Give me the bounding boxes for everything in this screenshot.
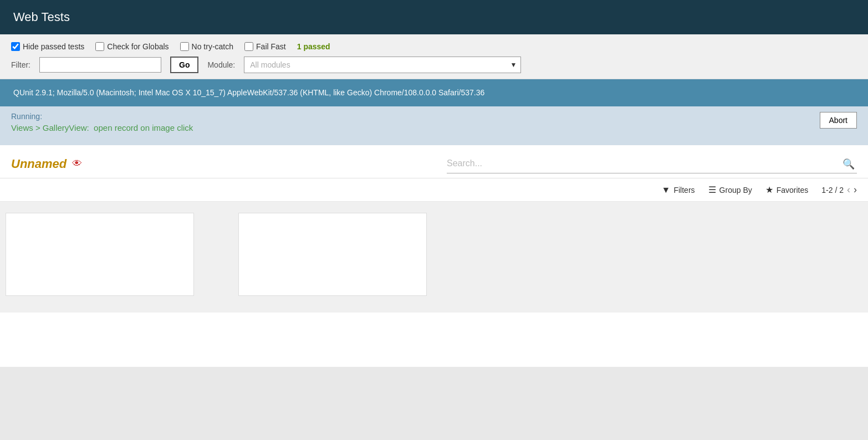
passed-count: 1 passed: [297, 42, 330, 51]
fail-fast-checkbox[interactable]: [244, 42, 253, 51]
running-bar: Running: Views > GalleryView: open recor…: [0, 106, 868, 145]
filters-label: Filters: [673, 186, 695, 195]
page-header: Web Tests: [0, 0, 868, 34]
page-title: Web Tests: [13, 10, 70, 24]
info-banner-text: QUnit 2.9.1; Mozilla/5.0 (Macintosh; Int…: [13, 88, 484, 97]
check-globals-label[interactable]: Check for Globals: [95, 42, 169, 51]
app-area: Unnamed 👁 🔍 ▼ Filters ☰ Group By ★ Favor…: [0, 145, 868, 367]
module-select[interactable]: All modules: [244, 57, 521, 73]
module-label: Module:: [207, 60, 235, 69]
running-test-line: Views > GalleryView: open record on imag…: [11, 123, 193, 132]
pagination-text: 1-2 / 2: [821, 186, 844, 195]
controls-bar: Hide passed tests Check for Globals No t…: [0, 34, 868, 79]
module-select-wrapper: All modules: [244, 57, 521, 73]
search-input[interactable]: [447, 154, 857, 173]
gallery-area: [0, 202, 868, 313]
favorites-button[interactable]: ★ Favorites: [765, 185, 809, 195]
filter-label: Filter:: [11, 60, 30, 69]
no-try-catch-label[interactable]: No try-catch: [180, 42, 233, 51]
toolbar-row: ▼ Filters ☰ Group By ★ Favorites 1-2 / 2…: [0, 178, 868, 202]
prev-page-button[interactable]: ‹: [847, 184, 850, 196]
filters-button[interactable]: ▼ Filters: [662, 185, 695, 195]
running-label: Running:: [11, 112, 193, 121]
group-by-label: Group By: [719, 186, 752, 195]
eye-icon: 👁: [72, 158, 82, 170]
controls-row-filter: Filter: Go Module: All modules: [11, 57, 857, 73]
app-title: Unnamed: [11, 157, 67, 171]
abort-button[interactable]: Abort: [820, 112, 857, 129]
running-test-path: Views > GalleryView: open record on imag…: [11, 123, 193, 132]
go-button[interactable]: Go: [170, 57, 198, 73]
gallery-spacer: [200, 213, 233, 296]
star-icon: ★: [765, 185, 773, 195]
search-area: 🔍: [447, 154, 857, 173]
controls-row-checkboxes: Hide passed tests Check for Globals No t…: [11, 42, 857, 51]
fail-fast-label[interactable]: Fail Fast: [244, 42, 286, 51]
info-banner: QUnit 2.9.1; Mozilla/5.0 (Macintosh; Int…: [0, 79, 868, 106]
filter-input[interactable]: [39, 57, 161, 73]
running-test-name: open record on image click: [94, 123, 193, 132]
no-try-catch-checkbox[interactable]: [180, 42, 189, 51]
gallery-card[interactable]: [238, 213, 427, 296]
app-header: Unnamed 👁 🔍: [0, 145, 868, 178]
pagination: 1-2 / 2 ‹ ›: [821, 184, 857, 196]
layers-icon: ☰: [708, 185, 716, 195]
next-page-button[interactable]: ›: [854, 184, 857, 196]
hide-passed-label[interactable]: Hide passed tests: [11, 42, 84, 51]
running-info: Running: Views > GalleryView: open recor…: [11, 112, 193, 132]
search-icon: 🔍: [843, 158, 855, 170]
hide-passed-checkbox[interactable]: [11, 42, 20, 51]
favorites-label: Favorites: [777, 186, 809, 195]
group-by-button[interactable]: ☰ Group By: [708, 185, 752, 195]
check-globals-checkbox[interactable]: [95, 42, 104, 51]
filter-icon: ▼: [662, 185, 671, 195]
gallery-card[interactable]: [6, 213, 194, 296]
